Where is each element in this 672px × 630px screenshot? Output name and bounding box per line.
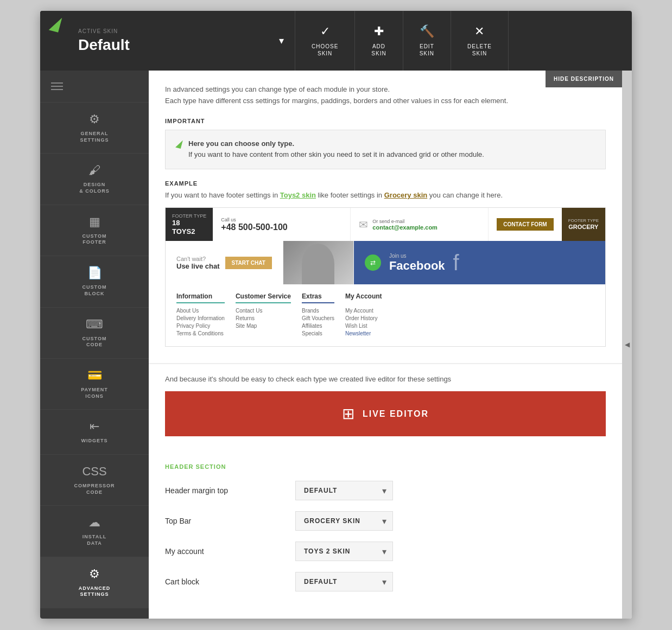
grocery-skin-link[interactable]: Grocery skin	[384, 191, 428, 199]
footer-col-customer-service: Customer Service Contact Us Returns Site…	[236, 292, 291, 338]
email-icon: ✉	[359, 218, 368, 231]
footer-link-sitemap: Site Map	[236, 323, 291, 329]
footer-link-specials: Specials	[302, 330, 334, 336]
toys2-skin-link[interactable]: Toys2 skin	[280, 191, 316, 199]
my-account-select-wrapper: DEFAULT GROCERY SKIN TOYS 2 SKIN	[295, 542, 393, 561]
sidebar-label-advanced: ADVANCEDSETTINGS	[79, 586, 110, 598]
example-text3: you can change it here.	[429, 191, 503, 199]
choose-skin-button[interactable]: ✓ CHOOSESKIN	[295, 11, 355, 71]
example-text2: like footer settings in	[318, 191, 384, 199]
my-account-row: My account DEFAULT GROCERY SKIN TOYS 2 S…	[165, 542, 606, 561]
hide-description-button[interactable]: HIDE DESCRIPTION	[546, 71, 622, 87]
footer-col-my-account: My Account My Account Order History Wish…	[345, 292, 382, 338]
footer-col-customer-service-title: Customer Service	[236, 292, 291, 303]
sidebar-item-compressor-code[interactable]: CSS COMPRESSORCODE	[40, 455, 149, 506]
top-bar: ACTIVE SKIN Default ▾ ✓ CHOOSESKIN ✚ ADD…	[40, 11, 632, 71]
footer-link-about: About Us	[176, 308, 225, 314]
sidebar-collapse-handle[interactable]: ◀	[622, 71, 632, 619]
important-box: Here you can choose only type. If you wa…	[165, 130, 606, 170]
custom-code-icon: ⌨	[86, 317, 103, 332]
example-label: EXAMPLE	[165, 180, 606, 187]
footer-preview-bottom: Information About Us Delivery Informatio…	[166, 284, 605, 346]
sidebar-item-install-data[interactable]: ☁ INSTALLDATA	[40, 506, 149, 557]
cart-block-row: Cart block DEFAULT GROCERY SKIN TOYS 2 S…	[165, 572, 606, 591]
sidebar-item-design-colors[interactable]: 🖌 DESIGN& COLORS	[40, 154, 149, 205]
edit-skin-icon: 🔨	[420, 24, 434, 39]
sidebar-item-custom-block[interactable]: 📄 CUSTOMBLOCK	[40, 256, 149, 307]
desc-text-1: In advanced settings you can change type…	[165, 84, 606, 96]
footer-email-info: Or send e-mail contact@example.com	[372, 219, 438, 231]
sidebar-item-custom-footer[interactable]: ▦ CUSTOMFOOTER	[40, 205, 149, 256]
desc-text-2: Each type have different css settings fo…	[165, 96, 606, 107]
contact-form-button[interactable]: CONTACT FORM	[497, 218, 553, 231]
content-area: HIDE DESCRIPTION In advanced settings yo…	[149, 71, 622, 619]
my-account-select[interactable]: DEFAULT GROCERY SKIN TOYS 2 SKIN	[295, 542, 393, 561]
header-margin-top-select[interactable]: DEFAULT GROCERY SKIN TOYS 2 SKIN	[295, 481, 393, 500]
footer-contact-info: Call us +48 500-500-100	[221, 217, 287, 232]
footer-link-brands: Brands	[302, 308, 334, 314]
settings-section: HEADER SECTION Header margin top DEFAULT…	[149, 447, 622, 619]
facebook-section: ⇄ Join us Facebook f	[354, 241, 605, 284]
chat-text-block: Can't wait? Use live chat	[176, 256, 220, 270]
footer-link-privacy: Privacy Policy	[176, 323, 225, 329]
general-settings-icon: ⚙	[89, 112, 100, 126]
sidebar-item-widgets[interactable]: ⇤ WIDGETS	[40, 410, 149, 455]
edit-skin-button[interactable]: 🔨 EDITSKIN	[403, 11, 451, 71]
important-line1: Here you can choose only type.	[188, 138, 484, 150]
active-skin-label: ACTIVE SKIN	[78, 28, 271, 34]
sidebar-label-install: INSTALLDATA	[83, 534, 106, 546]
live-editor-section: And because it's should be easy to check…	[149, 364, 622, 447]
design-colors-icon: 🖌	[88, 163, 100, 177]
sidebar-item-general-settings[interactable]: ⚙ GENERALSETTINGS	[40, 103, 149, 154]
widgets-icon: ⇤	[90, 419, 99, 434]
footer-preview-middle: Can't wait? Use live chat START CHAT ⇄ J…	[166, 241, 605, 284]
edit-icon-circle[interactable]: ⇄	[365, 254, 381, 271]
compressor-code-icon: CSS	[82, 464, 106, 479]
add-skin-button[interactable]: ✚ ADDSKIN	[355, 11, 403, 71]
footer-col-information: Information About Us Delivery Informatio…	[176, 292, 225, 338]
sidebar-item-custom-code[interactable]: ⌨ CUSTOMCODE	[40, 308, 149, 359]
active-skin-section: ACTIVE SKIN Default ▾	[67, 11, 295, 71]
sidebar-label-payment: PAYMENTICONS	[81, 387, 108, 399]
footer-col-my-account-title: My Account	[345, 292, 382, 303]
skin-dropdown-arrow[interactable]: ▾	[279, 35, 284, 47]
top-bar-select[interactable]: DEFAULT GROCERY SKIN TOYS 2 SKIN	[295, 511, 393, 531]
sidebar-label-general: GENERALSETTINGS	[80, 131, 109, 143]
sidebar-menu-icon[interactable]	[40, 71, 149, 103]
footer-col-extras-title: Extras	[302, 292, 334, 303]
header-margin-top-label: Header margin top	[165, 486, 284, 495]
footer-link-newsletter: Newsletter	[345, 330, 382, 336]
cart-block-label: Cart block	[165, 577, 284, 586]
person-silhouette	[302, 244, 334, 284]
sidebar-label-design: DESIGN& COLORS	[79, 182, 110, 194]
footer-contact-btn-section: CONTACT FORM	[489, 208, 561, 241]
footer-type-toys2-box: FOOTER TYPE 18 TOYS2	[166, 208, 213, 241]
sidebar-label-widgets: WIDGETS	[81, 438, 108, 444]
footer-preview: FOOTER TYPE 18 TOYS2 Call us +48 500-500…	[165, 207, 606, 347]
sidebar-item-payment-icons[interactable]: 💳 PAYMENTICONS	[40, 359, 149, 410]
facebook-join: Join us	[389, 253, 445, 259]
edit-skin-label: EDITSKIN	[420, 43, 434, 57]
choose-skin-label: CHOOSESKIN	[312, 43, 338, 57]
facebook-name: Facebook	[389, 259, 445, 273]
footer-link-wish-list: Wish List	[345, 323, 382, 329]
sidebar-item-advanced-settings[interactable]: ⚙ ADVANCEDSETTINGS	[40, 557, 149, 608]
custom-footer-icon: ▦	[89, 215, 100, 229]
logo-triangle	[48, 15, 62, 33]
live-editor-button[interactable]: ⊞ LIVE EDITOR	[165, 391, 606, 436]
delete-skin-icon: ✕	[474, 24, 484, 39]
start-chat-button[interactable]: START CHAT	[225, 257, 272, 269]
sidebar-label-custom-code: CUSTOMCODE	[83, 336, 107, 348]
delete-skin-button[interactable]: ✕ DELETESKIN	[451, 11, 509, 71]
footer-link-returns: Returns	[236, 315, 291, 321]
add-skin-icon: ✚	[374, 24, 384, 39]
footer-type-number: 18	[172, 219, 206, 227]
sidebar-label-custom-block: CUSTOMBLOCK	[83, 284, 107, 297]
email-label: Or send e-mail	[372, 219, 438, 224]
person-image	[283, 241, 354, 284]
payment-icons-icon: 💳	[87, 368, 102, 383]
choose-skin-icon: ✓	[320, 24, 330, 39]
cart-block-select[interactable]: DEFAULT GROCERY SKIN TOYS 2 SKIN	[295, 572, 393, 591]
description-section: HIDE DESCRIPTION In advanced settings yo…	[149, 71, 622, 364]
live-editor-label: LIVE EDITOR	[363, 409, 429, 419]
